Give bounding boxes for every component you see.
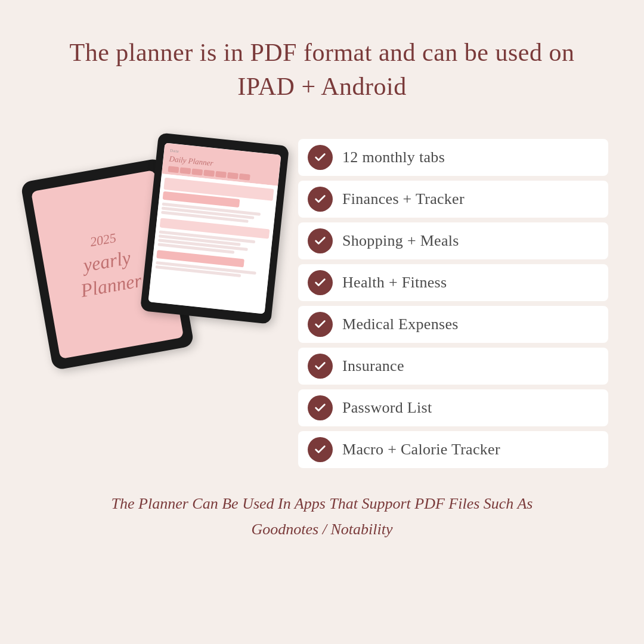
footer-line2: Goodnotes / Notability [112, 518, 533, 541]
feature-item-shopping: Shopping + Meals [298, 222, 608, 259]
check-icon-password [308, 395, 333, 420]
check-icon-macro [308, 437, 333, 462]
tablet-front: Date Daily Planner [140, 133, 289, 324]
tablets-illustration: 2025 yearly Planner Date Daily Planner [24, 133, 280, 419]
feature-item-macro: Macro + Calorie Tracker [298, 431, 608, 468]
footer: The Planner Can Be Used In Apps That Sup… [64, 480, 581, 541]
feature-item-finances: Finances + Tracker [298, 181, 608, 218]
check-icon-shopping [308, 228, 333, 253]
tablet-year: 2025 [89, 230, 117, 250]
page-title: The planner is in PDF format and can be … [48, 36, 596, 103]
feature-label-monthly-tabs: 12 monthly tabs [342, 148, 445, 166]
feature-item-password: Password List [298, 389, 608, 426]
feature-item-medical: Medical Expenses [298, 306, 608, 343]
check-icon-medical [308, 312, 333, 337]
feature-item-insurance: Insurance [298, 348, 608, 385]
check-icon-health [308, 270, 333, 295]
feature-label-insurance: Insurance [342, 357, 404, 375]
check-icon-finances [308, 187, 333, 212]
feature-label-shopping: Shopping + Meals [342, 232, 459, 250]
footer-line1: The Planner Can Be Used In Apps That Sup… [112, 492, 533, 515]
features-list: 12 monthly tabsFinances + TrackerShoppin… [298, 133, 608, 468]
check-icon-insurance [308, 354, 333, 379]
feature-label-health: Health + Fitness [342, 274, 447, 292]
feature-item-health: Health + Fitness [298, 264, 608, 301]
check-icon-monthly-tabs [308, 145, 333, 170]
feature-label-password: Password List [342, 399, 432, 417]
feature-label-macro: Macro + Calorie Tracker [342, 441, 500, 459]
feature-item-monthly-tabs: 12 monthly tabs [298, 139, 608, 176]
feature-label-medical: Medical Expenses [342, 315, 459, 333]
feature-label-finances: Finances + Tracker [342, 190, 465, 208]
header: The planner is in PDF format and can be … [0, 0, 644, 121]
